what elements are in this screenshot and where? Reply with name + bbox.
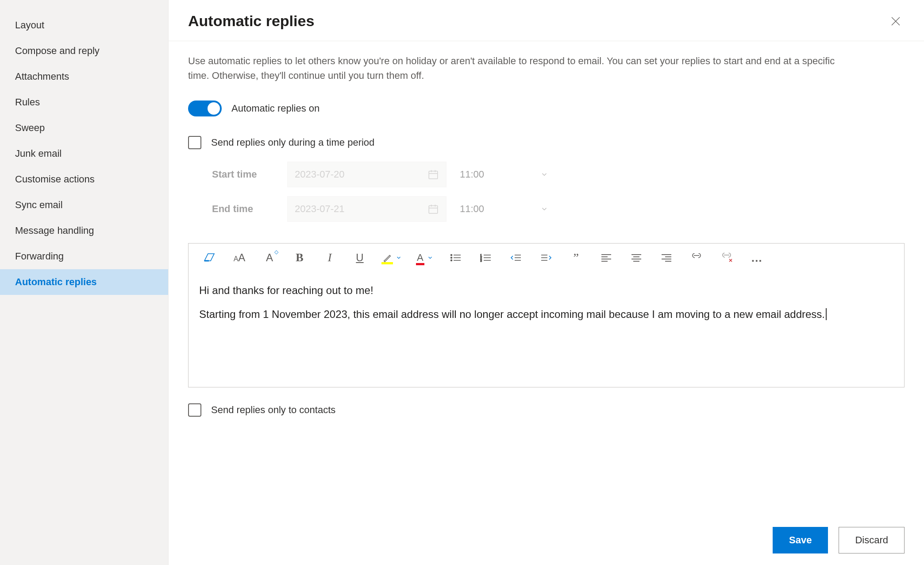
underline-button[interactable]: U: [352, 251, 367, 265]
more-icon: [751, 251, 762, 265]
font-size-button[interactable]: A◇: [262, 251, 277, 265]
time-period-checkbox[interactable]: [188, 136, 201, 149]
svg-text:3: 3: [480, 259, 482, 262]
sidebar-item-sweep[interactable]: Sweep: [0, 115, 168, 141]
time-period-check-label: Send replies only during a time period: [211, 137, 374, 148]
sidebar-item-customise-actions[interactable]: Customise actions: [0, 166, 168, 192]
unlink-icon: [720, 253, 733, 263]
contacts-only-checkbox[interactable]: [188, 403, 201, 417]
main-panel: Automatic replies Use automatic replies …: [168, 0, 924, 565]
svg-point-13: [450, 257, 452, 259]
end-time-value: 11:00: [460, 203, 484, 215]
chevron-down-icon: [540, 170, 548, 178]
sidebar-item-attachments[interactable]: Attachments: [0, 64, 168, 89]
sidebar-item-automatic-replies[interactable]: Automatic replies: [0, 269, 168, 295]
auto-replies-toggle[interactable]: [188, 101, 222, 116]
underline-icon: U: [356, 252, 363, 264]
chevron-down-icon: [427, 255, 433, 261]
align-left-icon: [601, 253, 612, 262]
sidebar-item-layout[interactable]: Layout: [0, 12, 168, 38]
calendar-icon: [427, 169, 439, 180]
font-color-button[interactable]: A: [417, 252, 433, 263]
clear-formatting-button[interactable]: [202, 251, 217, 265]
outdent-button[interactable]: [508, 251, 524, 265]
italic-button[interactable]: I: [322, 251, 337, 265]
bold-icon: B: [296, 251, 303, 264]
svg-point-11: [450, 255, 452, 256]
align-center-icon: [631, 253, 642, 262]
link-icon: [690, 253, 703, 262]
numbered-list-button[interactable]: 123: [478, 251, 493, 265]
start-time-value: 11:00: [460, 169, 484, 180]
auto-replies-toggle-label: Automatic replies on: [231, 103, 320, 114]
contacts-only-check-row: Send replies only to contacts: [169, 387, 924, 417]
align-center-button[interactable]: [629, 251, 644, 265]
font-family-button[interactable]: AA: [232, 251, 247, 265]
sidebar-item-junk-email[interactable]: Junk email: [0, 141, 168, 166]
end-time-label: End time: [212, 203, 287, 215]
description-text: Use automatic replies to let others know…: [169, 41, 877, 83]
svg-point-15: [450, 260, 452, 261]
editor-toolbar: AA A◇ B I U A: [189, 244, 904, 272]
reply-editor: AA A◇ B I U A: [188, 243, 905, 387]
indent-icon: [540, 253, 552, 262]
auto-replies-toggle-row: Automatic replies on: [169, 83, 924, 116]
align-right-icon: [661, 253, 672, 262]
more-options-button[interactable]: [749, 251, 764, 265]
calendar-icon: [427, 203, 439, 215]
contacts-only-check-label: Send replies only to contacts: [211, 404, 335, 416]
svg-rect-6: [429, 205, 438, 213]
start-time-label: Start time: [212, 169, 287, 180]
indent-button[interactable]: [539, 251, 554, 265]
end-time-select[interactable]: 11:00: [447, 196, 562, 222]
align-left-button[interactable]: [599, 251, 614, 265]
settings-sidebar: Layout Compose and reply Attachments Rul…: [0, 0, 168, 565]
toggle-knob: [208, 102, 220, 115]
reply-textarea[interactable]: Hi and thanks for reaching out to me! St…: [189, 272, 904, 387]
end-date-value: 2023-07-21: [295, 203, 345, 215]
reply-text-line: Starting from 1 November 2023, this emai…: [199, 306, 893, 322]
quote-button[interactable]: ”: [569, 251, 584, 265]
bold-button[interactable]: B: [292, 251, 307, 265]
quote-icon: ”: [573, 251, 578, 265]
font-icon: AA: [234, 252, 246, 264]
font-size-icon: A◇: [266, 252, 273, 264]
remove-link-button[interactable]: [719, 251, 734, 265]
highlight-button[interactable]: [382, 253, 402, 263]
sidebar-item-forwarding[interactable]: Forwarding: [0, 244, 168, 269]
panel-header: Automatic replies: [169, 0, 924, 41]
align-right-button[interactable]: [659, 251, 674, 265]
highlight-icon: [382, 253, 392, 263]
sidebar-item-compose-reply[interactable]: Compose and reply: [0, 38, 168, 64]
close-button[interactable]: [887, 12, 905, 30]
outdent-icon: [510, 253, 522, 262]
eraser-icon: [203, 252, 216, 263]
footer-actions: Save Discard: [773, 527, 905, 553]
time-period-grid: Start time 2023-07-20 11:00 End time 202…: [169, 149, 924, 222]
start-date-input[interactable]: 2023-07-20: [287, 162, 447, 187]
font-color-icon: A: [417, 252, 424, 263]
bullet-list-button[interactable]: [448, 251, 463, 265]
page-title: Automatic replies: [188, 12, 314, 30]
end-date-input[interactable]: 2023-07-21: [287, 196, 447, 222]
chevron-down-icon: [396, 255, 402, 261]
sidebar-item-message-handling[interactable]: Message handling: [0, 218, 168, 244]
sidebar-item-sync-email[interactable]: Sync email: [0, 192, 168, 218]
bullet-list-icon: [450, 253, 462, 262]
chevron-down-icon: [540, 205, 548, 213]
insert-link-button[interactable]: [689, 251, 704, 265]
sidebar-item-rules[interactable]: Rules: [0, 89, 168, 115]
save-button[interactable]: Save: [773, 527, 828, 553]
start-time-select[interactable]: 11:00: [447, 162, 562, 187]
time-period-check-row: Send replies only during a time period: [169, 116, 924, 149]
close-icon: [890, 16, 901, 27]
italic-icon: I: [328, 251, 332, 264]
start-date-value: 2023-07-20: [295, 169, 345, 180]
svg-rect-2: [429, 171, 438, 178]
reply-text-line: Hi and thanks for reaching out to me!: [199, 282, 893, 298]
numbered-list-icon: 123: [480, 253, 492, 262]
discard-button[interactable]: Discard: [839, 527, 905, 553]
